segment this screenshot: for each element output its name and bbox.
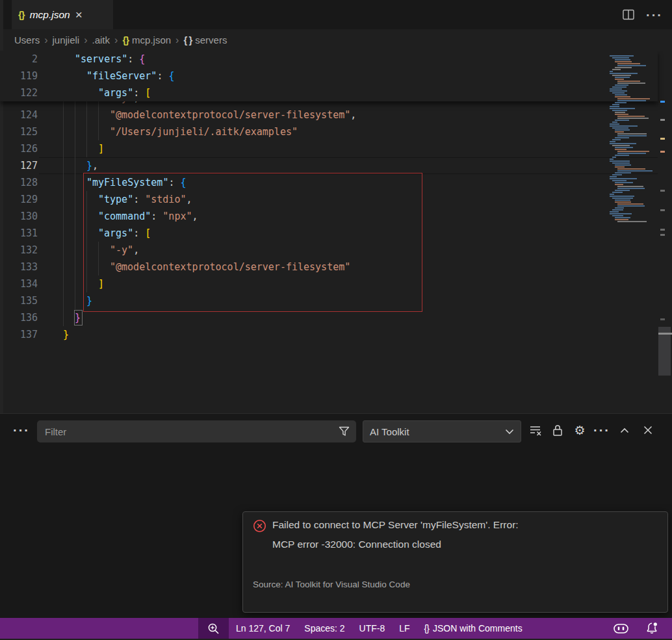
panel-settings-gear-icon[interactable]: ⚙ — [571, 422, 588, 439]
output-channel-dropdown[interactable]: AI Toolkit — [363, 420, 521, 442]
breadcrumb-item-junjieli[interactable]: junjieli — [53, 34, 80, 45]
line-number: 126 — [0, 140, 38, 157]
line-content: "args": [ — [98, 84, 151, 101]
status-indentation[interactable]: Spaces: 2 — [297, 623, 352, 634]
minimap-line — [615, 114, 628, 115]
panel-more-actions-icon[interactable]: ··· — [13, 422, 30, 439]
zoom-status-item[interactable] — [198, 618, 229, 639]
panel-more-icon[interactable]: ··· — [593, 422, 610, 439]
breadcrumb-item-servers[interactable]: { }servers — [183, 34, 227, 45]
status-label: UTF-8 — [359, 623, 385, 634]
minimap-line — [617, 203, 643, 205]
minimap-line — [617, 133, 647, 134]
minimap-line — [615, 217, 630, 218]
minimap-line — [610, 106, 619, 107]
chevron-down-icon — [505, 429, 514, 435]
symbol-braces-icon: {} — [122, 34, 129, 45]
code-line-2[interactable]: 2"servers": { — [0, 51, 658, 68]
minimap-line — [612, 86, 627, 88]
minimap-line — [610, 108, 635, 109]
maximize-panel-chevron-up-icon[interactable] — [616, 422, 633, 439]
minimap-line — [610, 55, 634, 57]
line-content: } — [63, 326, 69, 343]
filter-box — [37, 420, 356, 442]
minimap-line — [615, 129, 630, 131]
breadcrumb-separator: › — [114, 34, 118, 46]
line-number: 122 — [0, 84, 38, 101]
minimap-line — [615, 59, 630, 60]
filter-input[interactable] — [37, 426, 331, 437]
minimap-line — [615, 96, 630, 97]
line-number: 128 — [0, 174, 38, 191]
breadcrumb-label: Users — [14, 34, 40, 45]
overview-mark — [660, 190, 665, 192]
notifications-bell-icon[interactable] — [638, 622, 666, 635]
code-line-126[interactable]: 126] — [0, 140, 658, 157]
minimap-line — [612, 69, 621, 70]
minimap[interactable] — [604, 55, 658, 228]
line-number: 125 — [0, 123, 38, 140]
breadcrumb-item-Users[interactable]: Users — [14, 34, 40, 45]
line-content: "@modelcontextprotocol/server-filesystem… — [110, 107, 356, 123]
minimap-line — [617, 170, 653, 172]
status-language-mode[interactable]: {}JSON with Comments — [417, 623, 530, 634]
status-cursor-position[interactable]: Ln 127, Col 7 — [229, 623, 297, 634]
line-number: 130 — [0, 208, 38, 225]
minimap-line — [610, 90, 627, 92]
minimap-line — [615, 184, 623, 185]
overview-mark — [660, 234, 665, 236]
status-label: LF — [399, 623, 409, 634]
copilot-icon[interactable] — [606, 623, 636, 634]
minimap-line — [612, 139, 621, 140]
minimap-line — [612, 174, 622, 175]
overview-mark — [660, 209, 665, 211]
minimap-line — [610, 71, 613, 72]
minimap-line — [610, 213, 632, 214]
lock-scroll-icon[interactable] — [549, 422, 566, 439]
status-label: Ln 127, Col 7 — [236, 623, 290, 634]
minimap-line — [612, 75, 631, 76]
minimap-line — [610, 176, 617, 177]
breadcrumb-item-mcpjson[interactable]: {}mcp.json — [122, 34, 171, 45]
code-line-124[interactable]: 124"@modelcontextprotocol/server-filesys… — [0, 107, 658, 123]
minimap-line — [617, 151, 649, 152]
minimap-line — [610, 143, 636, 144]
line-content: }, — [86, 157, 98, 174]
overview-mark — [660, 318, 665, 320]
minimap-line — [617, 65, 646, 66]
code-line-125[interactable]: 125"/Users/junjieli/.aitk/examples" — [0, 123, 658, 140]
code-line-119[interactable]: 119"fileServer": { — [0, 68, 658, 84]
filter-funnel-icon[interactable] — [331, 422, 356, 441]
status-eol[interactable]: LF — [392, 623, 417, 634]
line-number: 134 — [0, 275, 38, 292]
tab-close-icon[interactable]: × — [75, 8, 83, 21]
minimap-line — [615, 61, 632, 62]
close-panel-icon[interactable] — [640, 422, 656, 439]
minimap-line — [610, 194, 614, 195]
clear-output-icon[interactable] — [527, 422, 544, 439]
code-line-127[interactable]: 127}, — [0, 157, 658, 174]
json-file-icon: {} — [18, 9, 25, 20]
code-line-137[interactable]: 137} — [0, 326, 658, 343]
minimap-line — [612, 122, 617, 123]
status-encoding[interactable]: UTF-8 — [352, 623, 393, 634]
vscode-window: {} mcp.json × ··· Users›junjieli›.aitk›{… — [0, 0, 672, 640]
error-highlight-box — [83, 173, 422, 312]
breadcrumb-item-aitk[interactable]: .aitk — [92, 34, 110, 45]
line-number: 137 — [0, 326, 38, 343]
tab-bar: {} mcp.json × ··· — [0, 0, 672, 29]
code-line-122[interactable]: 122"args": [ — [0, 84, 658, 101]
line-number: 124 — [0, 107, 38, 123]
minimap-line — [610, 73, 638, 74]
minimap-line — [610, 160, 630, 162]
code-editor[interactable]: 123"-y",124"@modelcontextprotocol/server… — [0, 51, 672, 413]
breadcrumb-separator: › — [175, 34, 179, 46]
minimap-line — [615, 147, 633, 148]
minimap-line — [610, 125, 638, 127]
minimap-line — [615, 164, 631, 166]
dropdown-value: AI Toolkit — [370, 426, 505, 437]
minimap-line — [615, 166, 625, 168]
split-editor-icon[interactable] — [623, 9, 634, 20]
sticky-scroll[interactable]: 2"servers": {119"fileServer": {122"args"… — [0, 51, 658, 101]
tab-mcp-json[interactable]: {} mcp.json × — [12, 0, 113, 29]
